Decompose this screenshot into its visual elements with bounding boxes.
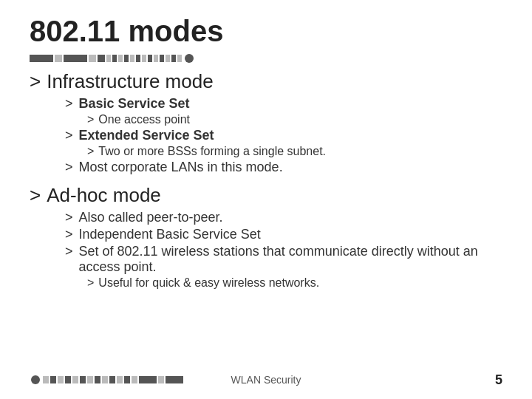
bullet-peer: > (65, 210, 73, 225)
item-most-corp: > Most corporate LANs in this mode. (65, 160, 502, 175)
bar-seg (171, 55, 176, 62)
footer-bar-seg (95, 376, 100, 383)
footer-bar-seg (139, 376, 157, 383)
item-ess: > Extended Service Set (65, 128, 502, 143)
item-ess-sub1-label: Two or more BSSs forming a single subnet… (98, 145, 326, 158)
item-80211-set: > Set of 802.11 wireless stations that c… (65, 244, 502, 275)
bar-seg (136, 55, 140, 62)
bullet-ess-sub1: > (87, 145, 94, 158)
bar-seg (98, 55, 105, 62)
footer-bar-seg (109, 376, 115, 383)
item-bss-sub1: > One access point (87, 113, 502, 126)
bar-seg (89, 55, 96, 62)
slide-footer: WLAN Security 5 (30, 369, 502, 384)
bar-seg (55, 55, 62, 62)
item-ess-label: Extended Service Set (79, 128, 214, 143)
bullet-most-corp: > (65, 160, 73, 175)
item-bss: > Basic Service Set (65, 96, 502, 112)
item-ibss: > Independent Basic Service Set (65, 227, 502, 242)
footer-bar-seg (117, 376, 123, 383)
footer-bar-seg (50, 376, 56, 383)
bar-seg (106, 55, 111, 62)
bar-seg (177, 55, 182, 62)
bullet-bss-sub1: > (87, 113, 94, 126)
slide-content: > Infrastructure mode > Basic Service Se… (30, 70, 502, 369)
footer-page: 5 (495, 372, 502, 388)
footer-bar-seg (80, 376, 86, 383)
bar-seg (130, 55, 134, 62)
item-ess-sub1: > Two or more BSSs forming a single subn… (87, 145, 502, 158)
bar-seg (112, 55, 117, 62)
footer-bar-seg (166, 376, 183, 383)
footer-bar-seg (132, 376, 137, 383)
bar-seg (124, 55, 129, 62)
bullet-adhoc: > (30, 184, 41, 207)
item-most-corp-label: Most corporate LANs in this mode. (79, 160, 283, 175)
bar-seg (142, 55, 146, 62)
bar-seg (30, 55, 53, 62)
footer-bar-seg (72, 376, 78, 383)
footer-bar-seg (87, 376, 93, 383)
bar-seg (160, 55, 164, 62)
footer-bar-seg (43, 376, 49, 383)
bullet-infrastructure: > (30, 70, 41, 93)
slide: 802.11 modes > Infrastructure mode > Bas (0, 0, 532, 399)
item-ibss-label: Independent Basic Service Set (79, 227, 261, 242)
top-divider-bar (30, 54, 502, 63)
section-adhoc: > Ad-hoc mode (30, 184, 502, 207)
bullet-useful: > (87, 276, 94, 290)
footer-bar-seg (124, 376, 130, 383)
bullet-ibss: > (65, 227, 73, 242)
footer-dot (31, 375, 40, 384)
bar-seg (148, 55, 152, 62)
bullet-ess: > (65, 128, 73, 143)
footer-bar-seg (158, 376, 164, 383)
item-useful: > Useful for quick & easy wireless netwo… (87, 276, 502, 290)
section-infrastructure-label: Infrastructure mode (47, 70, 213, 93)
item-80211-set-label: Set of 802.11 wireless stations that com… (79, 244, 502, 275)
bar-seg (118, 55, 123, 62)
bar-dot (185, 54, 194, 63)
slide-title: 802.11 modes (30, 15, 502, 48)
bar-seg (64, 55, 87, 62)
item-peer-label: Also called peer-to-peer. (79, 210, 223, 225)
bullet-bss: > (65, 96, 73, 112)
item-bss-sub1-label: One access point (98, 113, 190, 126)
footer-bar-seg (65, 376, 71, 383)
footer-bar-seg (102, 376, 108, 383)
item-useful-label: Useful for quick & easy wireless network… (98, 276, 319, 290)
bar-seg (154, 55, 158, 62)
section-adhoc-label: Ad-hoc mode (47, 184, 161, 207)
item-bss-label: Basic Service Set (79, 96, 190, 112)
footer-label: WLAN Security (231, 374, 301, 386)
section-infrastructure: > Infrastructure mode (30, 70, 502, 93)
bar-seg (166, 55, 170, 62)
bullet-80211-set: > (65, 244, 73, 259)
footer-bar-seg (58, 376, 64, 383)
item-peer: > Also called peer-to-peer. (65, 210, 502, 225)
